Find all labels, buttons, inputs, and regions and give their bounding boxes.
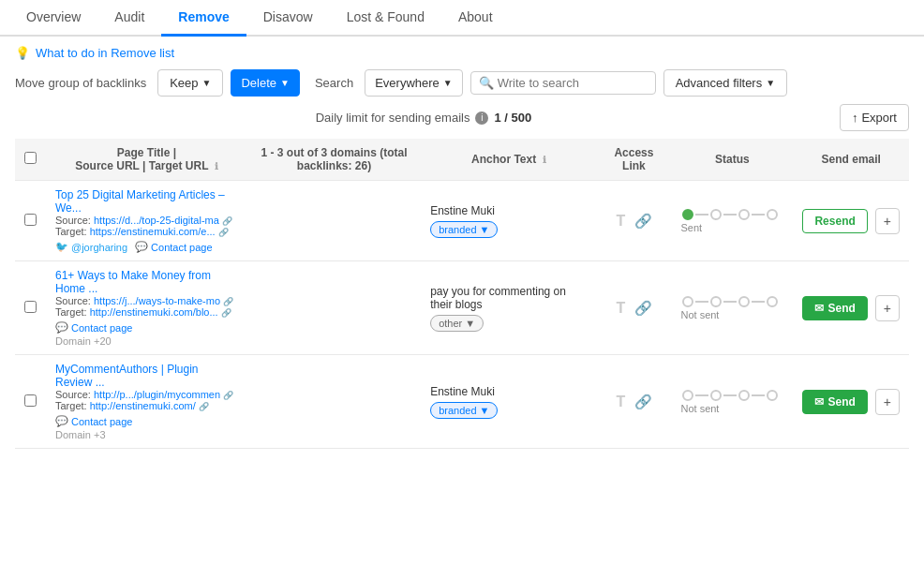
contact-page-link[interactable]: 💬Contact page [135, 241, 212, 253]
daily-count: 1 / 500 [494, 111, 531, 125]
source-url: Source: https://d.../top-25-digital-ma 🔗 [55, 215, 238, 226]
social-links: 🐦@jorgharing💬Contact page [55, 241, 238, 253]
status-dot-2 [738, 390, 750, 401]
info-icon: i [475, 112, 488, 125]
status-label: Not sent [680, 309, 783, 320]
external-link-icon2: 🔗 [221, 308, 231, 318]
search-input[interactable] [498, 76, 648, 90]
nav-tab-overview[interactable]: Overview [9, 0, 97, 37]
anchor-cell: Enstine Muki branded ▼ [421, 355, 596, 449]
page-title-link[interactable]: MyCommentAuthors | Plugin Review ... [55, 363, 199, 389]
nav-tab-audit[interactable]: Audit [97, 0, 161, 37]
status-dot-0 [682, 390, 693, 401]
table-row: MyCommentAuthors | Plugin Review ... Sou… [15, 355, 909, 449]
header-anchor-col: Anchor Text ℹ [421, 139, 596, 181]
access-cell: T 🔗 [596, 261, 671, 355]
twitter-icon: 🐦 [55, 241, 68, 253]
anchor-tag[interactable]: branded ▼ [430, 221, 498, 238]
external-link-icon: 🔗 [223, 297, 233, 306]
status-dot-1 [710, 390, 722, 401]
nav-tab-disavow[interactable]: Disavow [246, 0, 330, 37]
export-button[interactable]: ↑ Export [840, 104, 909, 131]
twitter-link[interactable]: 🐦@jorgharing [55, 241, 127, 253]
text-format-icon[interactable]: T [616, 213, 625, 229]
keep-button[interactable]: Keep ▼ [157, 69, 223, 97]
delete-button[interactable]: Delete ▼ [231, 69, 299, 97]
header-access-col: Access Link [596, 139, 671, 181]
envelope-icon: ✉ [814, 302, 824, 315]
status-label: Not sent [680, 403, 783, 414]
header-page-col: Page Title |Source URL | Target URL ℹ [46, 139, 247, 181]
link-chain-icon[interactable]: 🔗 [634, 394, 652, 409]
advanced-caret-icon: ▼ [766, 78, 775, 88]
link-chain-icon[interactable]: 🔗 [634, 300, 652, 316]
advanced-filters-button[interactable]: Advanced filters ▼ [663, 69, 787, 97]
anchor-tag[interactable]: other ▼ [430, 315, 484, 332]
info-bar: 💡 What to do in Remove list [15, 46, 909, 60]
keep-caret-icon: ▼ [202, 78, 212, 88]
row-checkbox-3[interactable] [24, 394, 37, 407]
header-email-col: Send email [793, 139, 909, 181]
nav-tab-about[interactable]: About [441, 0, 510, 37]
status-dots [680, 390, 783, 401]
source-link[interactable]: https://d.../top-25-digital-ma [94, 215, 219, 226]
status-dot-2 [738, 296, 750, 307]
external-link-icon: 🔗 [222, 216, 232, 226]
send-button[interactable]: ✉ Send [802, 390, 867, 414]
add-note-button[interactable]: + [875, 295, 900, 321]
page-title-link[interactable]: 61+ Ways to Make Money from Home ... [55, 269, 211, 295]
target-link[interactable]: http://enstinemuki.com/ [90, 400, 196, 411]
page-title-link[interactable]: Top 25 Digital Marketing Articles – We..… [55, 188, 225, 215]
email-action-cell: ✉ Send + [793, 261, 909, 355]
external-link-icon2: 🔗 [218, 228, 229, 237]
header-checkbox-col [15, 139, 46, 181]
count-cell [247, 181, 421, 261]
external-link-icon: 🔗 [223, 391, 233, 400]
everywhere-caret-icon: ▼ [443, 78, 453, 88]
contact-page-link[interactable]: 💬Contact page [55, 415, 132, 427]
status-dot-3 [767, 390, 778, 401]
target-link[interactable]: https://enstinemuki.com/e... [90, 226, 216, 237]
anchor-text: Enstine Muki [430, 385, 587, 398]
toolbar: Move group of backlinks Keep ▼ Delete ▼ … [15, 69, 909, 131]
resend-button[interactable]: Resend [802, 209, 867, 233]
text-format-icon[interactable]: T [616, 394, 625, 409]
status-dots [680, 209, 783, 220]
status-dot-0 [682, 209, 693, 220]
table-header-row: Page Title |Source URL | Target URL ℹ 1 … [15, 139, 909, 181]
search-box: 🔍 [470, 71, 656, 95]
row-checkbox-1[interactable] [24, 214, 37, 226]
info-link[interactable]: What to do in Remove list [36, 46, 174, 60]
status-dot-0 [682, 296, 693, 307]
source-link[interactable]: http://p.../plugin/mycommen [94, 389, 220, 400]
select-all-checkbox[interactable] [24, 152, 37, 164]
row-checkbox-2[interactable] [24, 301, 37, 313]
add-note-button[interactable]: + [875, 389, 900, 415]
lightbulb-icon: 💡 [15, 46, 30, 60]
nav-tab-lost-found[interactable]: Lost & Found [330, 0, 441, 37]
table-row: 61+ Ways to Make Money from Home ... Sou… [15, 261, 909, 355]
text-format-icon[interactable]: T [616, 300, 625, 316]
anchor-tag[interactable]: branded ▼ [430, 402, 498, 419]
status-dot-1 [710, 209, 722, 220]
everywhere-button[interactable]: Everywhere ▼ [365, 69, 463, 97]
anchor-cell: Enstine Muki branded ▼ [421, 181, 596, 261]
add-note-button[interactable]: + [875, 208, 900, 234]
access-cell: T 🔗 [596, 355, 671, 449]
email-action-cell: ✉ Send + [793, 355, 909, 449]
chat-icon: 💬 [55, 415, 68, 427]
chat-icon: 💬 [55, 321, 68, 334]
contact-page-link[interactable]: 💬Contact page [55, 321, 132, 334]
source-url: Source: http://p.../plugin/mycommen 🔗 [55, 389, 238, 400]
nav-tab-remove[interactable]: Remove [161, 0, 246, 37]
target-link[interactable]: http://enstinemuki.com/blo... [90, 306, 218, 318]
daily-limit-section: Daily limit for sending emails i 1 / 500 [316, 111, 532, 125]
source-link[interactable]: https://j.../ways-to-make-mo [94, 295, 220, 306]
envelope-icon: ✉ [814, 395, 824, 409]
send-button[interactable]: ✉ Send [802, 296, 867, 320]
social-links: 💬Contact page [55, 415, 238, 427]
target-url: Target: http://enstinemuki.com/ 🔗 [55, 400, 238, 411]
daily-limit-label: Daily limit for sending emails [316, 111, 470, 125]
chat-icon: 💬 [135, 241, 148, 253]
link-chain-icon[interactable]: 🔗 [634, 213, 652, 229]
